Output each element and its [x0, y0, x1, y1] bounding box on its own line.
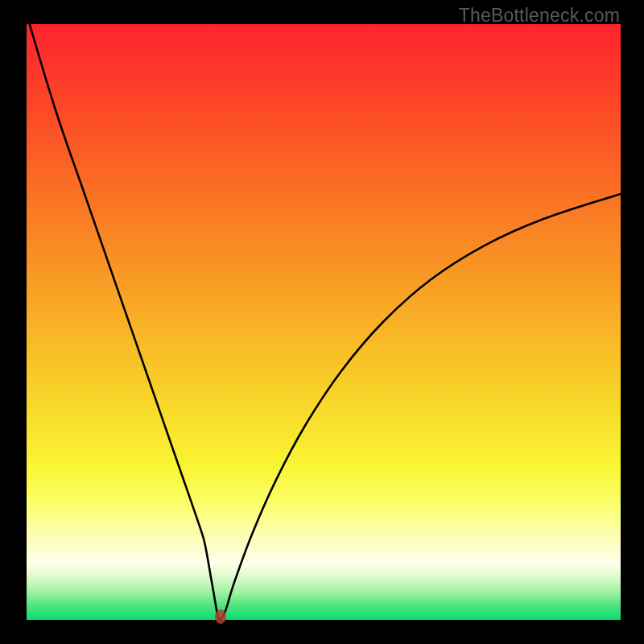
watermark-text: TheBottleneck.com [459, 5, 620, 27]
plot-frame [27, 24, 621, 620]
minimum-marker [215, 609, 226, 624]
bottleneck-chart [27, 24, 621, 620]
gradient-background [27, 24, 621, 620]
